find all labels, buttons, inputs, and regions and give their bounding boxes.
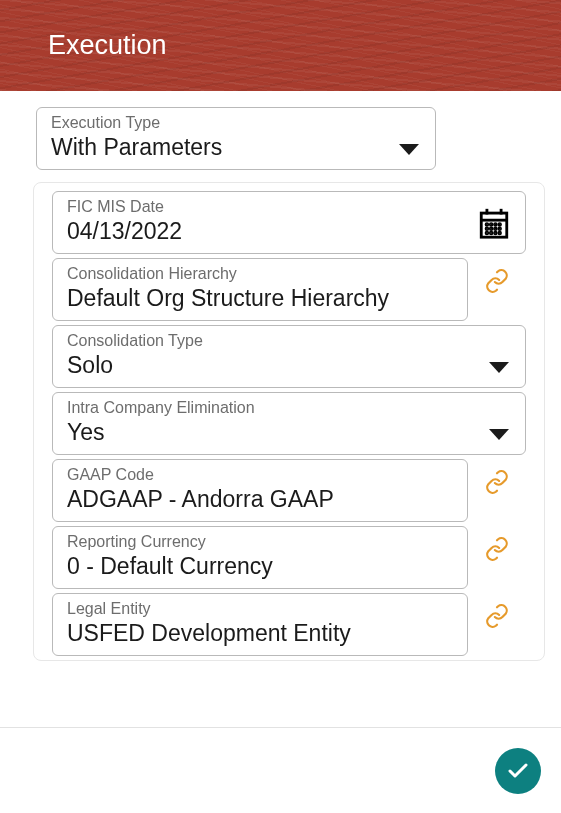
legal-entity-field[interactable]: Legal Entity USFED Development Entity (52, 593, 468, 656)
gaap-code-label: GAAP Code (67, 466, 453, 484)
fic-mis-date-label: FIC MIS Date (67, 198, 511, 216)
consolidation-type-value: Solo (67, 352, 511, 379)
svg-point-11 (499, 228, 501, 230)
execution-type-value: With Parameters (51, 134, 421, 161)
svg-point-15 (499, 232, 501, 234)
svg-point-8 (486, 228, 488, 230)
link-icon[interactable] (484, 536, 510, 566)
legal-entity-label: Legal Entity (67, 600, 453, 618)
reporting-currency-field[interactable]: Reporting Currency 0 - Default Currency (52, 526, 468, 589)
gaap-code-value: ADGAAP - Andorra GAAP (67, 486, 453, 513)
fic-mis-date-field[interactable]: FIC MIS Date 04/13/2022 (52, 191, 526, 254)
confirm-button[interactable] (495, 748, 541, 794)
legal-entity-value: USFED Development Entity (67, 620, 453, 647)
chevron-down-icon (399, 144, 419, 155)
parameters-panel: FIC MIS Date 04/13/2022 Cons (33, 182, 545, 661)
svg-point-10 (495, 228, 497, 230)
consolidation-type-select[interactable]: Consolidation Type Solo (52, 325, 526, 388)
link-icon[interactable] (484, 268, 510, 298)
svg-point-14 (495, 232, 497, 234)
fic-mis-date-value: 04/13/2022 (67, 218, 511, 245)
svg-point-7 (499, 224, 501, 226)
reporting-currency-value: 0 - Default Currency (67, 553, 453, 580)
intra-company-elimination-label: Intra Company Elimination (67, 399, 511, 417)
consolidation-hierarchy-value: Default Org Structure Hierarchy (67, 285, 453, 312)
chevron-down-icon (489, 362, 509, 373)
consolidation-hierarchy-field[interactable]: Consolidation Hierarchy Default Org Stru… (52, 258, 468, 321)
svg-point-6 (495, 224, 497, 226)
consolidation-type-label: Consolidation Type (67, 332, 511, 350)
reporting-currency-label: Reporting Currency (67, 533, 453, 551)
link-icon[interactable] (484, 469, 510, 499)
intra-company-elimination-value: Yes (67, 419, 511, 446)
svg-point-12 (486, 232, 488, 234)
page-header: Execution (0, 0, 561, 91)
chevron-down-icon (489, 429, 509, 440)
form-content: Execution Type With Parameters FIC MIS D… (0, 91, 561, 661)
svg-point-9 (490, 228, 492, 230)
execution-type-select[interactable]: Execution Type With Parameters (36, 107, 436, 170)
consolidation-hierarchy-label: Consolidation Hierarchy (67, 265, 453, 283)
execution-type-label: Execution Type (51, 114, 421, 132)
svg-point-5 (490, 224, 492, 226)
link-icon[interactable] (484, 603, 510, 633)
intra-company-elimination-select[interactable]: Intra Company Elimination Yes (52, 392, 526, 455)
gaap-code-field[interactable]: GAAP Code ADGAAP - Andorra GAAP (52, 459, 468, 522)
page-title: Execution (48, 30, 167, 61)
svg-point-13 (490, 232, 492, 234)
calendar-icon[interactable] (477, 206, 511, 236)
svg-point-4 (486, 224, 488, 226)
footer-bar (0, 727, 561, 813)
